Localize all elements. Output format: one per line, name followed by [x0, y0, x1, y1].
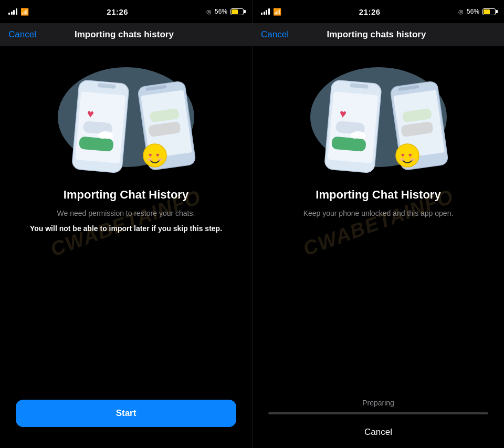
- bold-text-left: You will not be able to import later if …: [30, 223, 222, 234]
- nav-title-left: Importing chats history: [75, 29, 174, 40]
- svg-text:♥: ♥: [339, 107, 346, 120]
- status-right-right: ◎ 56%: [458, 8, 496, 15]
- svg-text:♥: ♥: [401, 152, 405, 158]
- content-right: ♥ ♥ ♥ Importing Chat History Keep your p…: [253, 46, 504, 399]
- svg-text:♥: ♥: [156, 152, 160, 158]
- status-time-right: 21:26: [359, 7, 381, 16]
- svg-text:♥: ♥: [149, 152, 152, 158]
- signal-icon-right: [261, 8, 270, 15]
- nav-bar-left: Cancel Importing chats history: [0, 23, 252, 46]
- location-icon-right: ◎: [458, 8, 464, 15]
- main-title-left: Importing Chat History: [64, 188, 188, 202]
- progress-bar-fill: [268, 412, 279, 414]
- wifi-icon-right: 📶: [273, 8, 281, 16]
- main-title-right: Importing Chat History: [316, 188, 440, 202]
- status-bar-right: 📶 21:26 ◎ 56%: [253, 0, 504, 23]
- battery-icon-right: [482, 8, 496, 15]
- battery-fill-left: [232, 9, 238, 14]
- cancel-progress-button[interactable]: Cancel: [268, 427, 488, 437]
- nav-title-right: Importing chats history: [327, 29, 426, 40]
- battery-percent-right: 56%: [467, 8, 479, 15]
- wifi-icon: 📶: [20, 8, 29, 16]
- status-left: 📶: [8, 8, 29, 16]
- content-left: ♥ ♥ ♥ Importing Chat History: [0, 46, 252, 400]
- sub-text-right: Keep your phone unlocked and this app op…: [303, 208, 454, 219]
- battery-percent-left: 56%: [215, 8, 227, 15]
- status-bar-left: 📶 21:26 ◎ 56%: [0, 0, 252, 23]
- cancel-nav-right[interactable]: Cancel: [261, 29, 289, 40]
- start-button-label: Start: [116, 408, 136, 419]
- sub-text-left: We need permission to restore your chats…: [57, 208, 195, 219]
- status-right-left: ◎ 56%: [206, 8, 244, 15]
- right-screen: 📶 21:26 ◎ 56% Cancel Importing chats his…: [252, 0, 504, 448]
- location-icon: ◎: [206, 8, 212, 15]
- start-button[interactable]: Start: [16, 400, 236, 427]
- bottom-area-left: Start: [0, 400, 252, 448]
- svg-text:♥: ♥: [408, 152, 412, 158]
- signal-icon: [8, 8, 17, 15]
- cancel-progress-label: Cancel: [364, 427, 392, 437]
- cancel-nav-left[interactable]: Cancel: [8, 29, 36, 40]
- svg-point-41: [410, 158, 415, 161]
- svg-text:♥: ♥: [87, 107, 94, 120]
- svg-point-20: [158, 158, 163, 161]
- illustration-left: ♥ ♥ ♥: [47, 57, 205, 178]
- nav-bar-right: Cancel Importing chats history: [253, 23, 504, 46]
- preparing-label: Preparing: [268, 399, 488, 407]
- svg-point-19: [147, 158, 152, 161]
- progress-area-right: Preparing Cancel: [253, 399, 504, 448]
- status-left-right: 📶: [261, 8, 281, 16]
- battery-icon-left: [230, 8, 244, 15]
- status-time-left: 21:26: [107, 7, 128, 16]
- progress-bar: [268, 412, 488, 414]
- svg-point-40: [400, 158, 405, 161]
- left-screen: 📶 21:26 ◎ 56% Cancel Importing chats his…: [0, 0, 252, 448]
- illustration-right: ♥ ♥ ♥: [300, 57, 457, 178]
- battery-fill-right: [484, 9, 490, 14]
